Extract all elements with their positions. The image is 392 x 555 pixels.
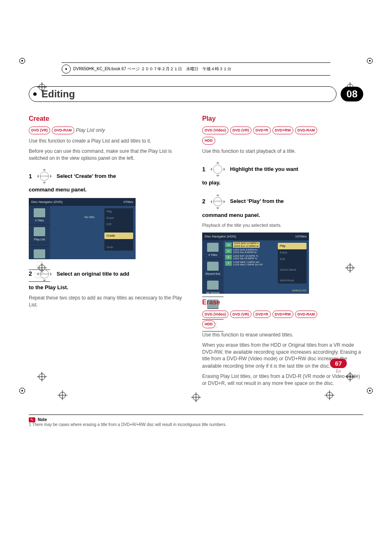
step-text-cont: to play.: [202, 179, 363, 187]
disc-navigator-hdd-screenshot: Disc Navigator (HDD) 10Titles 4 Titles R…: [202, 233, 309, 294]
registration-mark: [15, 53, 30, 68]
step-number: 1: [202, 166, 205, 174]
step-text-cont: command menu panel.: [202, 212, 363, 219]
crop-mark: [345, 263, 355, 273]
disc-navigator-dvd-screenshot: Disc Navigator (DVD) 0Titles 4 Titles Pl…: [29, 198, 136, 259]
direction-pad-icon: ENTER: [35, 265, 53, 283]
mock-menu-play: Play: [104, 208, 133, 215]
genres-icon: [207, 281, 219, 290]
create-step-1: 1 ENTER Select ‘Create’ from the: [29, 167, 190, 185]
enter-button-icon: ENTER: [40, 172, 49, 181]
disc-badge: DVD (Video): [202, 311, 228, 318]
mock-command-menu: Play Erase Edit Create Undo: [104, 208, 133, 251]
enter-button-icon: ENTER: [213, 197, 222, 206]
mock-title-count: 10Titles: [295, 234, 307, 239]
disc-badge: DVD+R: [253, 127, 271, 134]
mock-side-genres: All Genres: [206, 291, 220, 294]
mock-remain-bar: 1h00m(1.0G): [292, 289, 307, 292]
footnote-text: 1 There may be cases where erasing a tit…: [29, 422, 226, 427]
mock-side-recent: Recent first: [205, 272, 220, 275]
playlist-icon: [34, 227, 45, 237]
registration-mark: [15, 383, 30, 398]
create-paragraph: Use this function to create a Play List …: [29, 138, 190, 145]
crop-mark: [191, 392, 201, 402]
step-text: Highlight the title you want: [230, 166, 298, 173]
crop-mark: [37, 372, 47, 382]
disc-badge: DVD-RAM: [295, 311, 318, 318]
disc-badge: DVD (VR): [230, 127, 251, 134]
mock-menu-genre: Genre Name: [278, 267, 307, 273]
direction-pad-icon: [209, 160, 227, 178]
left-column: Create DVD (VR) DVD-RAM Play List only U…: [29, 110, 190, 390]
mock-menu-erase: Erase: [104, 215, 133, 221]
step-number: 2: [202, 198, 205, 206]
disc-badge: DVD (Video): [202, 127, 228, 134]
mock-menu-play: Play: [278, 243, 307, 249]
erase-disc-row: DVD (Video) DVD (VR) DVD+R DVD+RW DVD-RA…: [202, 311, 363, 318]
mock-side-playlist: Play List: [34, 238, 45, 241]
enter-button-icon: ENTER: [40, 269, 49, 279]
step-text: Select ‘Play’ from the: [230, 198, 284, 205]
mock-thumb: 9: [225, 249, 232, 253]
crop-mark: [325, 390, 334, 400]
note-icon: ✎: [29, 417, 35, 422]
hdd-badge: HDD: [202, 320, 215, 328]
mock-menu-edit: Edit: [104, 221, 133, 228]
disc-badge: DVD (VR): [29, 127, 50, 134]
play-heading: Play: [202, 114, 363, 123]
mock-side-titles: 4 Titles: [35, 219, 44, 222]
play-paragraph: Playback of the title you selected start…: [202, 222, 363, 228]
page-number-block: 67 En: [330, 359, 347, 373]
step-text-cont: command menu panel.: [29, 186, 190, 193]
erase-paragraph: Erasing Play List titles, or titles from…: [202, 373, 363, 387]
titles-icon: [34, 208, 45, 218]
mock-command-menu: Play Erase Edit Genre Name Multi-Mode: [278, 243, 307, 283]
mock-menu-create: Create: [104, 233, 133, 239]
note-label: Note: [38, 417, 47, 422]
mock-thumb: 8: [225, 255, 232, 260]
create-disc-row: DVD (VR) DVD-RAM Play List only: [29, 127, 190, 134]
crop-mark: [345, 82, 355, 92]
mock-title-count: 0Titles: [124, 200, 133, 204]
mock-no-title: No title: [84, 215, 95, 219]
step-text: Select ‘Create’ from the: [57, 173, 116, 180]
disc-badge: DVD+RW: [272, 311, 293, 318]
book-info-line: DVR650HK_KC_EN.book 67 ページ ２００７年２月２１日 水曜…: [62, 62, 330, 76]
mock-menu-edit: Edit: [278, 256, 307, 263]
step-number: 1: [29, 173, 32, 181]
mock-title: Disc Navigator (DVD): [31, 200, 62, 204]
create-paragraph: Before you can use this command, make su…: [29, 148, 190, 162]
mock-title: Disc Navigator (HDD): [205, 234, 236, 239]
recent-icon: [207, 262, 219, 271]
section-title: Editing: [29, 86, 337, 102]
disc-badge: DVD-RAM: [295, 127, 318, 134]
mock-thumb: 10: [225, 242, 232, 247]
direction-pad-icon: ENTER: [209, 193, 227, 211]
page-language: En: [330, 369, 347, 373]
play-step-2: 2 ENTER Select ‘Play’ from the: [202, 193, 363, 211]
play-list-only-label: Play List only: [76, 127, 105, 134]
mock-title-list: 10 12/03 SUN 11:00PM 412/03 Sun 11:00PM …: [225, 242, 276, 292]
registration-mark: [362, 53, 377, 68]
titles-icon: [207, 243, 219, 252]
create-step-2: 2 ENTER Select an original title to add: [29, 265, 190, 283]
create-heading: Create: [29, 114, 190, 123]
hdd-badge: HDD: [202, 137, 215, 145]
step-text: Select an original title to add: [57, 270, 129, 278]
registration-mark: [362, 383, 377, 398]
disc-badge: DVD-RAM: [52, 127, 74, 134]
direction-pad-icon: ENTER: [35, 167, 53, 185]
mock-side-titles: 4 Titles: [208, 253, 217, 256]
page-number: 67: [330, 359, 347, 368]
dvd-mode-icon: [34, 249, 45, 259]
disc-badge: DVD+RW: [272, 127, 293, 134]
step-number: 2: [29, 270, 32, 278]
play-disc-row: DVD (Video) DVD (VR) DVD+R DVD+RW DVD-RA…: [202, 127, 363, 134]
book-info-text: DVR650HK_KC_EN.book 67 ページ ２００７年２月２１日 水曜…: [73, 66, 231, 72]
mock-menu-erase: Erase: [278, 249, 307, 256]
erase-paragraph: Use this function to erase unwanted titl…: [202, 332, 363, 339]
play-step-1: 1 Highlight the title you want: [202, 160, 363, 178]
right-column: Play DVD (Video) DVD (VR) DVD+R DVD+RW D…: [202, 110, 363, 390]
mock-menu-undo: Undo: [104, 244, 133, 251]
step-text-cont: to the Play List.: [29, 284, 190, 291]
